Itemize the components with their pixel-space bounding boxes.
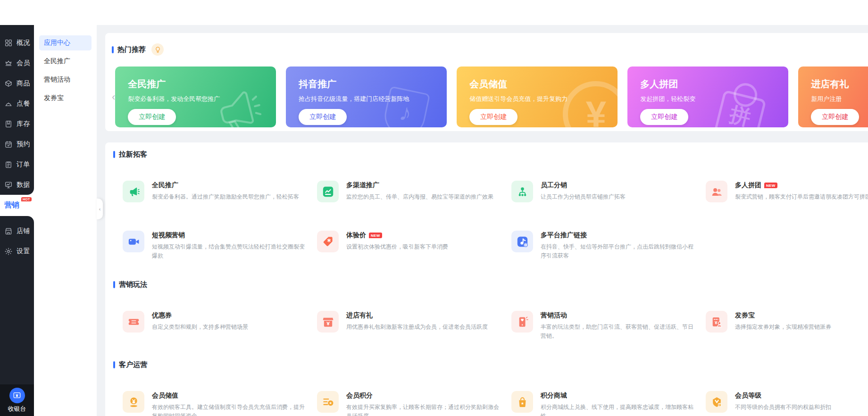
app-sections: 拉新拓客全民推广裂变必备利器。通过推广奖励激励全民帮您推广，轻松拓客多渠道推广监… — [113, 150, 868, 416]
lightbulb-icon — [151, 43, 164, 56]
promo-card[interactable]: 进店有礼新用户注册立即创建 — [798, 67, 868, 127]
cashier-icon — [9, 388, 25, 403]
app-item-text: 发券宝选择指定发券对象，实现精准营销派券 — [735, 311, 868, 341]
promo-card-title: 全民推广 — [128, 78, 276, 91]
app-item[interactable]: 全民推广裂变必备利器。通过推广奖励激励全民帮您推广，轻松拓客 — [123, 181, 317, 202]
promo-card-row: 全民推广裂变必备利器，发动全民帮您推广立即创建抖音推广抢占抖音亿级流量，搭建门店… — [115, 67, 868, 127]
app-item-title: 会员积分 — [346, 391, 373, 400]
promo-card-desc: 裂变必备利器，发动全民帮您推广 — [128, 95, 276, 103]
sidebar-item-marketing[interactable]: 营销HOT — [0, 195, 34, 216]
sidebar-item-inventory[interactable]: 库存 — [0, 114, 34, 134]
app-item[interactable]: ★会员积分有效提升买家复购率，让顾客长期留存；通过积分奖励刺激会员活跃度 — [317, 391, 511, 416]
sidebar-item-label: 营销 — [4, 200, 19, 210]
link-icon — [511, 231, 533, 252]
staff-icon — [511, 181, 533, 202]
promo-create-button[interactable]: 立即创建 — [811, 109, 859, 125]
douyin-note-decoration-icon: ♪ — [381, 86, 430, 127]
app-item[interactable]: 员工分销让员工作为分销员帮店铺推广拓客 — [511, 181, 706, 202]
app-item[interactable]: 多人拼团NEW裂变式营销，顾客支付订单后需邀请朋友凑团方可拼团成功 — [706, 181, 868, 202]
promo-card-desc: 发起拼团，轻松裂变 — [640, 95, 788, 103]
settings-icon — [4, 247, 13, 256]
app-item[interactable]: 营销活动丰富的玩法类型，助您门店引流、获客营销、促进活跃、节日营销。 — [511, 311, 706, 341]
promo-card-title: 进店有礼 — [811, 78, 868, 91]
app-item-text: 会员积分有效提升买家复购率，让顾客长期留存；通过积分奖励刺激会员活跃度 — [346, 391, 502, 416]
promo-create-button[interactable]: 立即创建 — [469, 109, 517, 125]
overview-icon — [4, 39, 13, 47]
tag-icon — [317, 231, 339, 252]
submenu-item[interactable]: 全民推广 — [39, 54, 92, 69]
sidebar-item-cashier[interactable]: 收银台 — [0, 384, 34, 416]
sidebar-bottom-group: 店铺设置 — [0, 216, 34, 384]
app-section: 客户运营会员储值有效的锁客工具。建立储值制度引导会员先充值后消费，提升复购同时回… — [113, 360, 868, 416]
sidebar-item-orders[interactable]: 订单 — [0, 154, 34, 175]
primary-sidebar: 概况会员商品点餐库存预约订单数据 营销HOT 店铺设置 收银台 — [0, 25, 34, 416]
app-item-desc: 设置初次体验优惠价，吸引新客下单消费 — [346, 242, 502, 251]
app-item-title: 优惠券 — [152, 311, 172, 320]
promo-create-button[interactable]: 立即创建 — [128, 109, 176, 125]
hot-recommend-title: 热门推荐 — [117, 45, 146, 54]
products-icon — [4, 79, 13, 88]
app-item-title: 多平台推广链接 — [541, 231, 587, 240]
app-item-text: 全民推广裂变必备利器。通过推广奖励激励全民帮您推广，轻松拓客 — [152, 181, 308, 202]
app-item-desc: 裂变必备利器。通过推广奖励激励全民帮您推广，轻松拓客 — [152, 192, 308, 201]
promo-card[interactable]: 抖音推广抢占抖音亿级流量，搭建门店经营新阵地立即创建♪ — [286, 67, 447, 127]
sidebar-item-shop[interactable]: 店铺 — [0, 221, 34, 241]
promo-carousel: ‹ 全民推广裂变必备利器，发动全民帮您推广立即创建抖音推广抢占抖音亿级流量，搭建… — [112, 67, 868, 127]
cashier-label: 收银台 — [8, 405, 26, 413]
promo-create-button[interactable]: 立即创建 — [640, 109, 688, 125]
promo-card[interactable]: 会员储值储值赠送引导会员充值，提升复购力立即创建¥ — [457, 67, 618, 127]
app-item-title: 员工分销 — [541, 181, 567, 190]
app-item[interactable]: 优惠券自定义类型和规则，支持多种营销场景 — [123, 311, 317, 341]
app-item[interactable]: 多渠道推广监控您的员工、传单、店内海报、易拉宝等渠道的推广效果 — [317, 181, 511, 202]
promo-card-desc: 新用户注册 — [811, 95, 868, 103]
sidebar-item-members[interactable]: 会员 — [0, 53, 34, 73]
promo-create-button[interactable]: 立即创建 — [299, 109, 347, 125]
new-badge: NEW — [764, 183, 777, 188]
orders-icon — [4, 160, 13, 169]
booking-icon — [4, 140, 13, 149]
members-icon — [4, 59, 13, 67]
section-accent-bar — [112, 46, 114, 53]
app-item-text: 积分商城积分商城线上兑换、线下使用，提高顾客忠诚度，增加顾客粘性 — [541, 391, 696, 416]
app-item[interactable]: 发券宝选择指定发券对象，实现精准营销派券 — [706, 311, 868, 341]
sidebar-item-overview[interactable]: 概况 — [0, 33, 34, 53]
app-item[interactable]: 会员储值有效的锁客工具。建立储值制度引导会员先充值后消费，提升复购同时回笼资金 — [123, 391, 317, 416]
sidebar-item-booking[interactable]: 预约 — [0, 134, 34, 154]
app-item-desc: 有效的锁客工具。建立储值制度引导会员先充值后消费，提升复购同时回笼资金 — [152, 403, 308, 416]
app-item-text: 进店有礼用优惠券礼包刺激新客注册成为会员，促进老会员活跃度 — [346, 311, 502, 341]
data-icon — [4, 181, 13, 189]
shop-icon — [4, 227, 13, 235]
sidebar-item-ordering[interactable]: 点餐 — [0, 93, 34, 114]
promo-card[interactable]: 多人拼团发起拼团，轻松裂变立即创建拼 — [627, 67, 788, 127]
sidebar-item-data[interactable]: 数据 — [0, 175, 34, 195]
app-item-title: 多渠道推广 — [346, 181, 379, 190]
section-header: 营销玩法 — [113, 280, 868, 289]
inventory-icon — [4, 120, 13, 128]
app-item[interactable]: 进店有礼用优惠券礼包刺激新客注册成为会员，促进老会员活跃度 — [317, 311, 511, 341]
ordering-icon — [4, 100, 13, 108]
app-item-desc: 积分商城线上兑换、线下使用，提高顾客忠诚度，增加顾客粘性 — [541, 403, 696, 416]
carousel-prev-button[interactable]: ‹ — [112, 67, 115, 127]
app-item[interactable]: 体验价NEW设置初次体验优惠价，吸引新客下单消费 — [317, 231, 511, 260]
app-item-text: 优惠券自定义类型和规则，支持多种营销场景 — [152, 311, 308, 341]
app-item[interactable]: 多平台推广链接在抖音、快手、短信等外部平台推广，点击后跳转到微信小程序引流获客 — [511, 231, 706, 260]
app-item[interactable]: ★积分商城积分商城线上兑换、线下使用，提高顾客忠诚度，增加顾客粘性 — [511, 391, 706, 416]
submenu-item[interactable]: 发券宝 — [39, 91, 92, 106]
submenu-item[interactable]: 营销活动 — [39, 72, 92, 87]
app-item-title: 全民推广 — [152, 181, 178, 190]
sidebar-item-products[interactable]: 商品 — [0, 73, 34, 93]
sidebar-active-slot: 营销HOT — [0, 195, 34, 216]
submenu-item[interactable]: 应用中心 — [39, 35, 92, 50]
promo-card[interactable]: 全民推广裂变必备利器，发动全民帮您推广立即创建 — [115, 67, 276, 127]
sidebar-item-settings[interactable]: 设置 — [0, 241, 34, 261]
hot-badge: HOT — [21, 197, 32, 201]
app-grid: 优惠券自定义类型和规则，支持多种营销场景进店有礼用优惠券礼包刺激新客注册成为会员… — [123, 311, 868, 341]
app-grid: 会员储值有效的锁客工具。建立储值制度引导会员先充值后消费，提升复购同时回笼资金★… — [123, 391, 868, 416]
app-item[interactable]: 短视频营销短视频互动引爆流量，结合集赞点赞玩法轻松打造社交圈裂变爆款 — [123, 231, 317, 260]
storegift-icon — [317, 311, 339, 333]
app-item-text: 短视频营销短视频互动引爆流量，结合集赞点赞玩法轻松打造社交圈裂变爆款 — [152, 231, 308, 260]
app-item-title: 营销活动 — [541, 311, 567, 320]
app-item[interactable]: 3会员等级不同等级的会员拥有不同的权益和折扣 — [706, 391, 868, 416]
collapse-sidebar-handle[interactable]: ‹ — [97, 199, 103, 219]
app-item-title: 发券宝 — [735, 311, 755, 320]
